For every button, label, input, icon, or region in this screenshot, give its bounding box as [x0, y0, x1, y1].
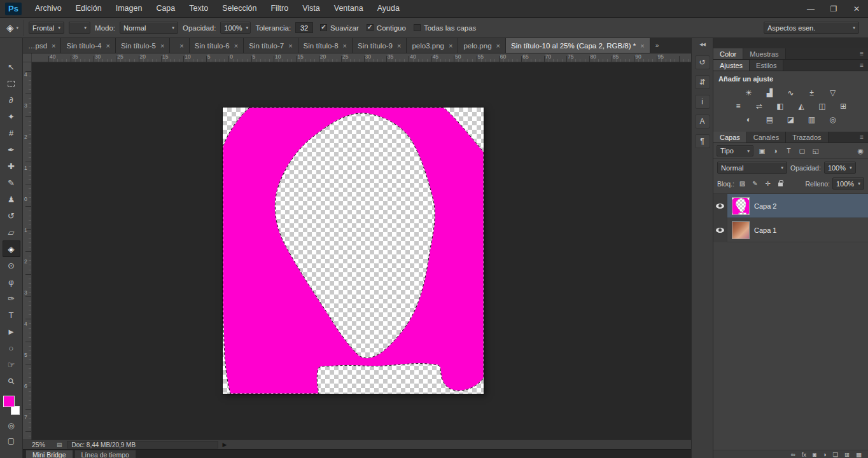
character-panel-icon[interactable]: A	[695, 114, 710, 128]
tab-overflow-icon[interactable]: »	[650, 38, 664, 53]
status-arrow-icon[interactable]: ▶	[223, 441, 227, 448]
filter-adjustment-layers-icon[interactable]: ◑	[769, 145, 782, 156]
document-tab[interactable]: Sin título-7 ×	[244, 38, 298, 53]
hue-saturation-icon[interactable]: ≡	[731, 101, 746, 111]
workspace-select[interactable]: Aspectos esen. ▾	[764, 22, 859, 34]
delete-layer-icon[interactable]: ▦	[856, 452, 862, 457]
menu-item[interactable]: Archivo	[28, 0, 69, 17]
close-icon[interactable]: ×	[179, 42, 183, 50]
bottom-panel-tab[interactable]: Mini Bridge	[25, 450, 73, 458]
properties-panel-icon[interactable]: ⇵	[695, 75, 710, 89]
eraser-tool[interactable]: ▱	[3, 224, 20, 240]
mode-select[interactable]: Normal ▾	[120, 22, 178, 34]
brightness-contrast-icon[interactable]: ☀	[741, 87, 757, 98]
zoom-level[interactable]: 25%	[32, 441, 52, 448]
document-tab[interactable]: Sin título-5 ×	[116, 38, 170, 53]
lock-pixels-icon[interactable]: ✎	[750, 179, 760, 188]
history-panel-icon[interactable]: ↺	[695, 55, 710, 69]
eyedropper-tool[interactable]: ✒	[3, 141, 20, 158]
todas-las-capas-checkbox[interactable]: Todas las capas	[414, 24, 476, 32]
menu-item[interactable]: Ventana	[327, 0, 370, 17]
menu-item[interactable]: Texto	[182, 0, 215, 17]
blur-tool[interactable]: ⊙	[3, 257, 20, 274]
crop-tool[interactable]: #	[3, 125, 20, 141]
lasso-tool[interactable]: ∂	[3, 92, 20, 108]
minimize-button[interactable]: —	[799, 0, 822, 17]
document-tab[interactable]: Sin título-4 ×	[61, 38, 115, 53]
panel-tab[interactable]: Color	[713, 48, 743, 59]
close-icon[interactable]: ×	[496, 42, 500, 50]
close-button[interactable]: ✕	[845, 0, 868, 17]
document-tab[interactable]: Sin título-8 ×	[298, 38, 353, 53]
dodge-tool[interactable]: φ	[3, 274, 20, 290]
document-tab[interactable]: ×	[170, 38, 189, 53]
panel-tab[interactable]: Ajustes	[713, 60, 750, 71]
layer-filter-toggle-icon[interactable]: ◉	[857, 147, 865, 155]
filter-type-layers-icon[interactable]: T	[782, 145, 795, 156]
document-tab[interactable]: …psd ×	[23, 38, 61, 53]
clone-stamp-tool[interactable]: ♟	[3, 191, 20, 207]
zoom-tool[interactable]: ⚲	[3, 373, 20, 389]
lock-transparency-icon[interactable]: ▨	[737, 179, 748, 188]
document-tab[interactable]: pelo3.png ×	[407, 38, 458, 53]
panel-tab[interactable]: Canales	[747, 132, 786, 142]
posterize-icon[interactable]: ▤	[762, 114, 778, 125]
document-tab[interactable]: pelo.png ×	[458, 38, 506, 53]
menu-item[interactable]: Imagen	[109, 0, 150, 17]
menu-item[interactable]: Edición	[69, 0, 109, 17]
fill-source-select[interactable]: Frontal ▾	[29, 22, 64, 34]
screen-mode-icon[interactable]: ▢	[4, 435, 18, 447]
rectangular-marquee-tool[interactable]	[3, 75, 20, 92]
menu-item[interactable]: Ayuda	[370, 0, 407, 17]
layer-visibility-toggle[interactable]	[713, 218, 727, 242]
close-icon[interactable]: ×	[449, 42, 452, 50]
horizontal-ruler[interactable]: 4035302520151050510152025303540455055606…	[32, 53, 691, 62]
curves-icon[interactable]: ∿	[783, 87, 799, 98]
hand-tool[interactable]: ☞	[3, 356, 20, 373]
black-white-icon[interactable]: ◧	[773, 101, 788, 111]
paint-bucket-tool[interactable]: ◈	[3, 240, 20, 257]
paragraph-panel-icon[interactable]: ¶	[695, 134, 710, 148]
layer-row[interactable]: Capa 2	[713, 194, 868, 218]
channel-mixer-icon[interactable]: ◫	[815, 101, 830, 111]
panel-tab[interactable]: Capas	[713, 132, 747, 142]
threshold-icon[interactable]: ◪	[783, 114, 799, 125]
tool-preset-picker[interactable]: ◈ ▾	[5, 20, 24, 36]
selective-color-icon[interactable]: ◎	[825, 114, 841, 125]
history-brush-tool[interactable]: ↺	[3, 207, 20, 224]
layer-thumbnail[interactable]	[732, 221, 750, 239]
suavizar-checkbox[interactable]: Suavizar	[320, 24, 359, 32]
panel-menu-icon[interactable]: ≡	[855, 48, 868, 59]
quick-selection-tool[interactable]: ✦	[3, 108, 20, 125]
ellipse-tool[interactable]: ○	[3, 340, 20, 356]
document-canvas[interactable]	[223, 108, 484, 394]
filter-smart-objects-icon[interactable]: ◱	[809, 145, 822, 156]
document-tab[interactable]: Sin título-10 al 25% (Capa 2, RGB/8) * ×	[506, 38, 650, 53]
adjustment-layer-icon[interactable]: ◑	[823, 452, 827, 457]
menu-item[interactable]: Filtro	[263, 0, 295, 17]
lock-position-icon[interactable]: ✛	[762, 179, 773, 188]
quick-mask-icon[interactable]: ◎	[4, 420, 18, 431]
layer-mask-icon[interactable]: ◙	[813, 452, 816, 457]
menu-item[interactable]: Selección	[215, 0, 263, 17]
panel-menu-icon[interactable]: ≡	[855, 60, 868, 71]
close-icon[interactable]: ×	[234, 42, 238, 50]
fill-select[interactable]: 100% ▾	[832, 177, 864, 190]
link-layers-icon[interactable]: ∞	[791, 452, 795, 457]
panel-tab[interactable]: Trazados	[786, 132, 828, 142]
close-icon[interactable]: ×	[160, 42, 164, 50]
foreground-color-swatch[interactable]	[3, 396, 15, 407]
close-icon[interactable]: ×	[343, 42, 347, 50]
photo-filter-icon[interactable]: ◭	[794, 101, 809, 111]
filter-shape-layers-icon[interactable]: ▢	[795, 145, 809, 156]
close-icon[interactable]: ×	[397, 42, 401, 50]
document-tab[interactable]: Sin título-6 ×	[190, 38, 244, 53]
layer-visibility-toggle[interactable]	[713, 194, 727, 218]
background-color-swatch[interactable]	[11, 406, 20, 415]
type-tool[interactable]: T	[3, 307, 20, 323]
brush-tool[interactable]: ✎	[3, 174, 20, 191]
new-layer-icon[interactable]: ⊞	[844, 452, 850, 457]
levels-icon[interactable]: ▟	[762, 87, 778, 98]
lock-all-icon[interactable]	[775, 179, 786, 188]
panel-tab[interactable]: Estilos	[750, 60, 783, 71]
